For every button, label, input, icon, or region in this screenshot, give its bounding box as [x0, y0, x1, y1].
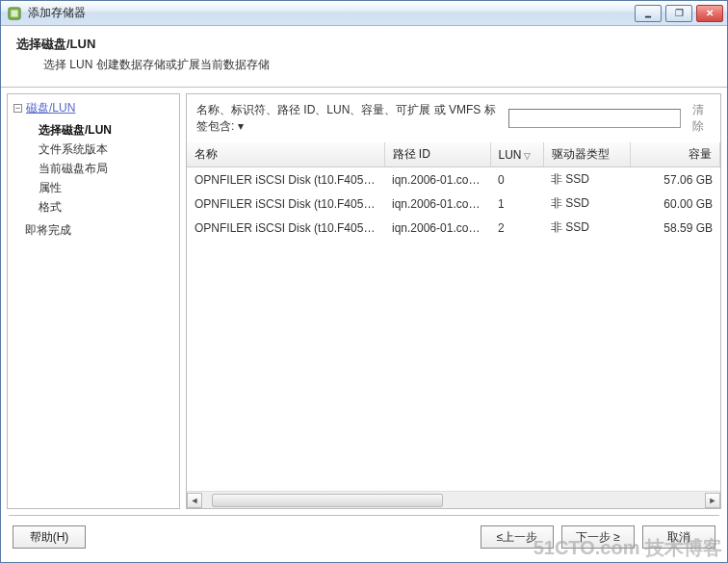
sidebar-item-properties[interactable]: 属性: [39, 178, 173, 197]
cell-driver: 非 SSD: [543, 192, 630, 216]
scroll-left-arrow[interactable]: ◄: [187, 493, 202, 508]
page-title: 选择磁盘/LUN: [16, 36, 712, 53]
filter-input[interactable]: [508, 109, 681, 128]
wizard-footer: 帮助(H) ≤上一步 下一步 ≥ 取消: [1, 516, 727, 562]
cell-capacity: 58.59 GB: [630, 216, 720, 240]
window-root: 添加存储器 ━ ❐ ✕ 选择磁盘/LUN 选择 LUN 创建数据存储或扩展当前数…: [0, 0, 728, 563]
col-name[interactable]: 名称: [187, 142, 384, 167]
disk-table-body-viewport[interactable]: OPNFILER iSCSI Disk (t10.F405E464...iqn.…: [187, 167, 720, 491]
wizard-header: 选择磁盘/LUN 选择 LUN 创建数据存储或扩展当前数据存储: [1, 26, 727, 88]
scroll-thumb[interactable]: [212, 494, 443, 507]
cell-path: iqn.2006-01.com....: [384, 216, 490, 240]
sidebar-children: 选择磁盘/LUN 文件系统版本 当前磁盘布局 属性 格式: [39, 120, 173, 217]
scroll-right-arrow[interactable]: ►: [705, 493, 720, 508]
table-row[interactable]: OPNFILER iSCSI Disk (t10.F405E464...iqn.…: [187, 192, 720, 216]
table-row[interactable]: OPNFILER iSCSI Disk (t10.F405E464...iqn.…: [187, 167, 720, 192]
nav-buttons: ≤上一步 下一步 ≥ 取消: [481, 525, 715, 549]
main-panel: 名称、标识符、路径 ID、LUN、容量、可扩展 或 VMFS 标签包含: ▾ 清…: [186, 93, 721, 509]
clear-filter-link[interactable]: 清除: [692, 102, 713, 135]
sidebar-item-current-layout[interactable]: 当前磁盘布局: [39, 159, 173, 178]
col-path[interactable]: 路径 ID: [384, 142, 490, 167]
titlebar: 添加存储器 ━ ❐ ✕: [1, 1, 727, 26]
disk-table-header: 名称 路径 ID LUN▽ 驱动器类型 容量: [187, 142, 720, 167]
filter-row: 名称、标识符、路径 ID、LUN、容量、可扩展 或 VMFS 标签包含: ▾ 清…: [187, 94, 720, 142]
cell-lun: 0: [490, 167, 543, 192]
cell-name: OPNFILER iSCSI Disk (t10.F405E464...: [187, 216, 384, 240]
filter-label[interactable]: 名称、标识符、路径 ID、LUN、容量、可扩展 或 VMFS 标签包含: ▾: [196, 102, 505, 135]
cell-driver: 非 SSD: [543, 216, 630, 240]
app-icon: [7, 6, 22, 21]
horizontal-scrollbar[interactable]: ◄ ►: [187, 491, 720, 508]
table-row[interactable]: OPNFILER iSCSI Disk (t10.F405E464...iqn.…: [187, 216, 720, 240]
svg-rect-1: [12, 10, 18, 16]
col-driver[interactable]: 驱动器类型: [543, 142, 630, 167]
col-lun[interactable]: LUN▽: [490, 142, 543, 167]
scroll-track[interactable]: [202, 493, 705, 508]
sidebar-item-select-disk[interactable]: 选择磁盘/LUN: [39, 120, 173, 140]
cell-name: OPNFILER iSCSI Disk (t10.F405E464...: [187, 192, 384, 216]
col-capacity[interactable]: 容量: [630, 142, 720, 167]
cell-lun: 2: [490, 216, 543, 240]
next-button[interactable]: 下一步 ≥: [561, 525, 635, 549]
wizard-steps-sidebar: − 磁盘/LUN 选择磁盘/LUN 文件系统版本 当前磁盘布局 属性 格式 即将…: [7, 93, 180, 509]
back-button[interactable]: ≤上一步: [481, 525, 554, 549]
sidebar-item-ready[interactable]: 即将完成: [25, 222, 173, 239]
cell-lun: 1: [490, 192, 543, 216]
disk-table-body: OPNFILER iSCSI Disk (t10.F405E464...iqn.…: [187, 167, 720, 240]
sidebar-item-format[interactable]: 格式: [39, 197, 173, 217]
collapse-icon[interactable]: −: [13, 104, 22, 113]
cell-capacity: 60.00 GB: [630, 192, 720, 216]
cancel-button[interactable]: 取消: [642, 525, 715, 549]
wizard-body: − 磁盘/LUN 选择磁盘/LUN 文件系统版本 当前磁盘布局 属性 格式 即将…: [1, 88, 727, 509]
sidebar-root-label[interactable]: 磁盘/LUN: [26, 100, 75, 116]
help-button[interactable]: 帮助(H): [13, 525, 86, 549]
window-buttons: ━ ❐ ✕: [635, 5, 723, 22]
page-subtitle: 选择 LUN 创建数据存储或扩展当前数据存储: [43, 57, 712, 73]
cell-name: OPNFILER iSCSI Disk (t10.F405E464...: [187, 167, 384, 192]
minimize-button[interactable]: ━: [635, 5, 662, 22]
window-title: 添加存储器: [28, 5, 635, 21]
maximize-button[interactable]: ❐: [665, 5, 692, 22]
cell-path: iqn.2006-01.com....: [384, 192, 490, 216]
cell-path: iqn.2006-01.com....: [384, 167, 490, 192]
sidebar-item-fs-version[interactable]: 文件系统版本: [39, 140, 173, 159]
disk-table: 名称 路径 ID LUN▽ 驱动器类型 容量 OPNFILER iSCSI: [187, 142, 720, 508]
cell-driver: 非 SSD: [543, 167, 630, 192]
sidebar-root-node[interactable]: − 磁盘/LUN: [13, 100, 173, 116]
close-button[interactable]: ✕: [696, 5, 723, 22]
sort-indicator-icon: ▽: [524, 151, 531, 161]
cell-capacity: 57.06 GB: [630, 167, 720, 192]
